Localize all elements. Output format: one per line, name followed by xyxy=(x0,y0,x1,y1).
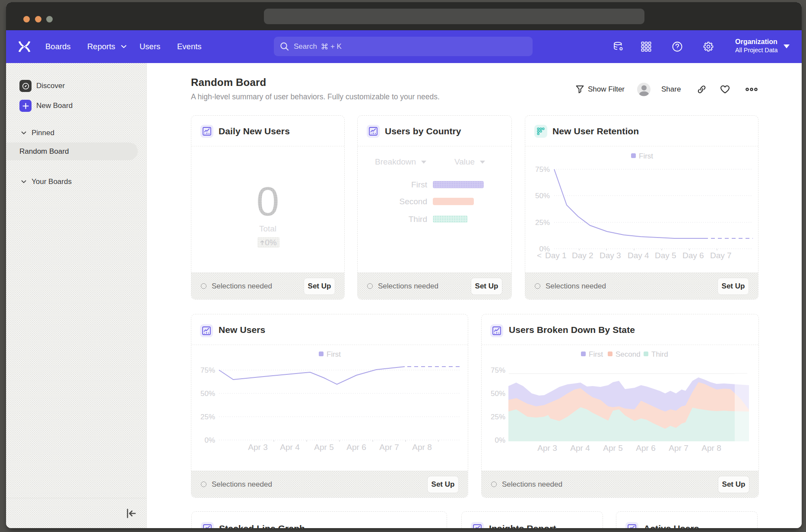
svg-text:75%: 75% xyxy=(200,366,215,374)
svg-text:50%: 50% xyxy=(200,390,215,398)
svg-text:Day 3: Day 3 xyxy=(600,251,621,260)
svg-text:Apr 7: Apr 7 xyxy=(669,443,688,453)
svg-text:Apr 8: Apr 8 xyxy=(701,443,721,453)
svg-text:Apr 4: Apr 4 xyxy=(280,443,300,452)
svg-text:Day 1: Day 1 xyxy=(545,251,567,260)
svg-text:Third: Third xyxy=(651,350,668,358)
svg-text:Apr 3: Apr 3 xyxy=(537,443,557,453)
svg-text:25%: 25% xyxy=(491,413,505,421)
svg-text:Day 4: Day 4 xyxy=(628,251,649,260)
svg-text:50%: 50% xyxy=(491,390,505,398)
svg-text:25%: 25% xyxy=(200,413,215,421)
svg-text:Apr 6: Apr 6 xyxy=(346,443,366,452)
svg-text:<: < xyxy=(537,251,542,260)
svg-text:First: First xyxy=(327,350,341,358)
svg-text:First: First xyxy=(589,350,603,358)
svg-text:Second: Second xyxy=(616,350,641,358)
svg-text:Day 6: Day 6 xyxy=(682,251,704,260)
svg-text:Day 5: Day 5 xyxy=(655,251,676,260)
svg-text:25%: 25% xyxy=(535,218,550,227)
svg-text:Apr 5: Apr 5 xyxy=(314,443,333,452)
svg-text:75%: 75% xyxy=(491,366,505,374)
svg-text:Day 2: Day 2 xyxy=(572,251,593,260)
svg-text:Apr 5: Apr 5 xyxy=(603,443,622,453)
svg-text:0%: 0% xyxy=(204,436,215,444)
svg-text:0%: 0% xyxy=(495,436,505,444)
svg-text:Apr 6: Apr 6 xyxy=(636,443,655,453)
svg-text:Day 7: Day 7 xyxy=(710,251,732,260)
svg-text:Apr 3: Apr 3 xyxy=(248,443,267,452)
svg-text:75%: 75% xyxy=(535,165,550,174)
svg-text:Apr 8: Apr 8 xyxy=(412,443,432,452)
svg-text:Apr 7: Apr 7 xyxy=(379,443,399,452)
svg-text:Apr 4: Apr 4 xyxy=(570,443,590,453)
svg-text:50%: 50% xyxy=(535,192,550,200)
svg-text:First: First xyxy=(639,152,653,160)
